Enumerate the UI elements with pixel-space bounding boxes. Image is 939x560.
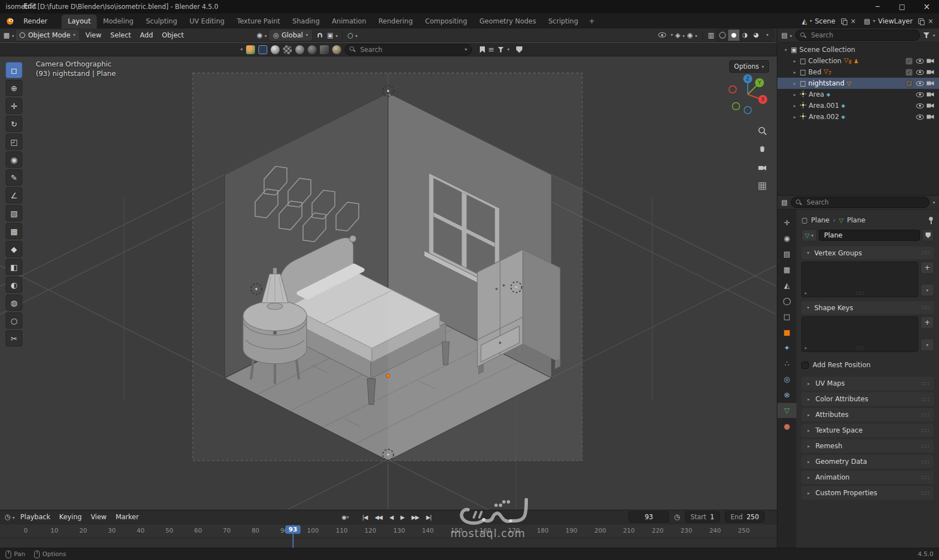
ruler-tick-240[interactable]: 240 — [709, 527, 721, 534]
disable-render-icon[interactable] — [925, 58, 936, 65]
disable-render-icon[interactable] — [925, 103, 936, 108]
ruler-tick-30[interactable]: 30 — [108, 527, 116, 534]
shield-icon[interactable] — [516, 46, 522, 53]
list-view-icon[interactable]: ≡ — [488, 46, 494, 53]
tool-select-box[interactable]: ◻ — [6, 62, 22, 78]
tool-cursor[interactable]: ⊕ — [6, 80, 22, 96]
viewlayer-selector[interactable]: ▤▾ ViewLayer — [862, 16, 914, 26]
resize-grip-icon[interactable]: ∷∷ — [856, 290, 864, 296]
tab-world[interactable]: ◯ — [777, 293, 796, 309]
disclosure-icon[interactable]: ▸ — [805, 345, 807, 350]
transform-orientation-dropdown[interactable]: ◎ Global ▾ — [268, 29, 313, 41]
timeline-track[interactable] — [0, 538, 777, 549]
ruler-tick-80[interactable]: 80 — [252, 527, 259, 534]
pin-icon[interactable] — [928, 217, 934, 224]
hide-viewport-icon[interactable] — [914, 115, 925, 120]
asset-thumbnail[interactable] — [271, 45, 280, 54]
drag-grip-icon[interactable]: ∷∷ — [921, 459, 929, 465]
props-section-custom-properties[interactable]: ▸Custom Properties∷∷ — [801, 486, 934, 500]
ruler-tick-160[interactable]: 160 — [479, 527, 491, 534]
ruler-tick-170[interactable]: 170 — [508, 527, 520, 534]
toggle-xray-icon[interactable]: ▥ — [708, 32, 714, 39]
outliner-row-collection[interactable]: ▸ □ Collection ▽8 ♟ — [777, 55, 939, 67]
shape-key-specials-dropdown[interactable]: ▾ — [921, 339, 934, 351]
tab-sculpting[interactable]: Sculpting — [140, 15, 183, 29]
tab-object[interactable]: ■ — [777, 325, 796, 340]
timeline-menu-playback[interactable]: Playback — [16, 513, 55, 521]
frame-end-field[interactable]: End 250 — [725, 511, 765, 523]
scene-canvas[interactable] — [0, 42, 777, 510]
editor-type-3d-viewport-icon[interactable]: ▦ ▾ — [3, 32, 14, 39]
disclosure-icon[interactable]: ▸ — [792, 92, 798, 97]
use-preview-range-icon[interactable]: ◷ — [674, 514, 680, 520]
ruler-tick-110[interactable]: 110 — [336, 527, 347, 534]
tool-sample[interactable]: ◐ — [6, 277, 22, 293]
proportional-editing-icon[interactable]: ○ ▾ — [347, 32, 357, 39]
tool-move[interactable]: ✛ — [6, 98, 22, 114]
tab-layout[interactable]: Layout — [62, 15, 97, 29]
props-section-animation[interactable]: ▸Animation∷∷ — [801, 471, 934, 484]
disclosure-icon[interactable]: ▾ — [783, 48, 789, 53]
ruler-tick-210[interactable]: 210 — [623, 527, 635, 534]
ruler-tick-50[interactable]: 50 — [166, 527, 173, 534]
disclosure-icon[interactable]: ▾ — [805, 305, 811, 310]
drag-grip-icon[interactable]: ∷∷ — [922, 250, 930, 256]
object-origin-point[interactable] — [386, 374, 390, 378]
tab-render[interactable]: ◉ — [777, 231, 796, 246]
outliner-row-scene-collection[interactable]: ▾ ▣ Scene Collection — [777, 44, 939, 55]
ruler-tick-100[interactable]: 100 — [307, 527, 319, 534]
tool-interactive-add[interactable]: ▩ — [6, 223, 22, 239]
tab-texture-paint[interactable]: Texture Paint — [230, 15, 286, 29]
ruler-tick-70[interactable]: 70 — [223, 527, 231, 534]
camera-view-icon[interactable] — [755, 160, 770, 175]
jump-to-end-button[interactable]: ▶| — [423, 511, 434, 523]
disclosure-icon[interactable]: ▸ — [792, 70, 798, 75]
hide-viewport-icon[interactable] — [914, 58, 925, 65]
auto-keying-button[interactable]: ◉ ▾ — [339, 511, 352, 523]
ruler-tick-220[interactable]: 220 — [652, 527, 663, 534]
tool-fill[interactable]: ◧ — [6, 259, 22, 275]
disclosure-icon[interactable]: ▸ — [806, 475, 811, 480]
timeline-editor[interactable]: ◷ ▾ PlaybackKeyingViewMarker ◉ ▾ |◀◀◀◀▶▶… — [0, 510, 777, 548]
tab-tool[interactable]: ✛ — [777, 215, 796, 230]
exclude-checkbox[interactable] — [904, 58, 914, 65]
add-rest-position-checkbox[interactable] — [801, 362, 809, 369]
shape-keys-panel-header[interactable]: ▾ Shape Keys ∷∷ — [801, 301, 934, 314]
asset-thumbnail[interactable] — [295, 45, 304, 54]
tab-physics[interactable]: ◎ — [777, 372, 796, 387]
shape-keys-list[interactable]: ▸ ∷∷ — [801, 316, 918, 352]
disclosure-icon[interactable]: ▸ — [792, 115, 798, 120]
chevron-down-icon[interactable]: ▾ — [240, 47, 243, 52]
snap-magnet-icon[interactable] — [314, 30, 325, 41]
disable-render-icon[interactable] — [925, 69, 936, 76]
ruler-tick-190[interactable]: 190 — [565, 527, 577, 534]
tab-modifiers[interactable]: ✦ — [777, 340, 796, 355]
drag-grip-icon[interactable]: ∷∷ — [921, 412, 929, 418]
playhead-badge[interactable]: 93 — [285, 525, 300, 534]
tab-view-layer[interactable]: ▦ — [777, 262, 796, 277]
disclosure-icon[interactable]: ▸ — [806, 412, 811, 417]
ruler-tick-230[interactable]: 230 — [681, 527, 692, 534]
tab-geometry-nodes[interactable]: Geometry Nodes — [473, 15, 542, 29]
asset-thumbnail-selected[interactable] — [258, 45, 267, 54]
tool-brush[interactable]: ◆ — [6, 241, 22, 257]
tab-scene[interactable]: ◭ — [777, 278, 796, 293]
tool-smooth[interactable]: ○ — [6, 312, 22, 329]
outliner-row-nightstand[interactable]: ▸ □ nightstand ▽ — [777, 78, 939, 89]
tool-mask[interactable]: ◍ — [6, 295, 22, 311]
new-viewlayer-button[interactable] — [916, 16, 926, 26]
timeline-menu-keying[interactable]: Keying — [55, 513, 86, 521]
ruler-tick-130[interactable]: 130 — [393, 527, 405, 534]
hide-viewport-icon[interactable] — [914, 69, 925, 76]
show-overlays-icon[interactable]: ◉ ▾ — [687, 32, 697, 39]
shading-solid-button[interactable]: ● — [728, 30, 739, 41]
disclosure-icon[interactable]: ▸ — [806, 397, 811, 402]
tab-material[interactable]: ● — [777, 419, 796, 434]
disclosure-icon[interactable]: ▸ — [806, 381, 811, 386]
scene-selector[interactable]: ◭▾ Scene — [800, 16, 837, 26]
add-vertex-group-button[interactable]: + — [921, 262, 934, 274]
chevron-down-icon[interactable]: ▾ — [933, 33, 935, 38]
drag-grip-icon[interactable]: ∷∷ — [921, 490, 929, 496]
timeline-menu-view[interactable]: View — [86, 513, 111, 521]
shelf-search-input[interactable] — [359, 45, 461, 54]
